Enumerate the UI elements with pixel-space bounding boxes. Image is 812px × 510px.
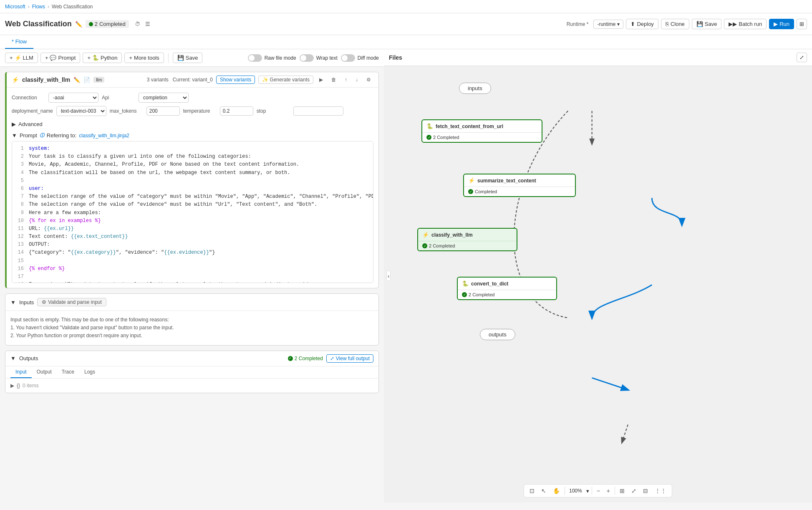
temperature-input[interactable] [220, 106, 253, 116]
toolbar-save-button[interactable]: 💾 Save [173, 53, 203, 63]
save-button[interactable]: 💾 Save [692, 19, 722, 29]
deployment-label: deployment_name [12, 108, 53, 114]
json-bracket: {} [17, 383, 20, 389]
raw-file-toggle[interactable] [248, 54, 262, 62]
page-title: Web Classification [5, 20, 72, 28]
view-full-output-button[interactable]: ⤢ View full output [326, 354, 373, 363]
code-line-17: 17 [15, 273, 370, 281]
output-tab-logs[interactable]: Logs [79, 366, 100, 378]
flow-node-classify[interactable]: ⚡ classify_with_llm ✓ 2 Completed [417, 228, 517, 251]
advanced-toggle[interactable]: ▶ Advanced [12, 119, 373, 129]
node-down-btn[interactable]: ↓ [353, 76, 361, 83]
node-delete-btn[interactable]: 🗑 [329, 76, 339, 83]
node-file-icon[interactable]: 📄 [83, 77, 90, 83]
diff-mode-toggle[interactable] [341, 54, 355, 62]
outputs-toggle-chevron[interactable]: ▼ [10, 355, 16, 361]
generate-variants-button[interactable]: ✨ Generate variants [258, 76, 313, 84]
run-icon: ▶ [774, 21, 778, 27]
wrap-text-toggle[interactable] [300, 54, 314, 62]
convert-status-label: 2 Completed [469, 292, 494, 297]
output-tab-trace[interactable]: Trace [57, 366, 79, 378]
toolbar-save-icon: 💾 [177, 55, 184, 61]
code-editor: 1 system: 2 Your task is to classify a g… [12, 141, 373, 283]
breadcrumb: Microsoft › Flows › Web Classification [0, 0, 812, 13]
validate-parse-button[interactable]: ⚙ Validate and parse input [37, 298, 106, 306]
stop-input[interactable] [293, 106, 343, 116]
more-tools-button[interactable]: + More tools [124, 53, 164, 63]
deployment-select[interactable]: text-davinci-003 [56, 106, 106, 116]
breadcrumb-flows[interactable]: Flows [32, 4, 45, 10]
classify-label: classify_with_llm [431, 232, 473, 238]
edit-icon[interactable]: ✏️ [75, 21, 82, 28]
layout-button[interactable]: ⊞ [797, 19, 807, 29]
code-line-18: 18 For a given URL and text content, cla… [15, 281, 370, 283]
zoom-out-button[interactable]: − [595, 486, 602, 495]
output-tab-input[interactable]: Input [10, 366, 32, 378]
status-dot [89, 22, 93, 26]
summarize-status: ✓ Completed [464, 187, 575, 196]
code-line-16: 16 {% endfor %} [15, 265, 370, 273]
hand-button[interactable]: ✋ [551, 486, 562, 495]
show-variants-button[interactable]: Show variants [216, 76, 255, 84]
batch-run-button[interactable]: ▶▶ Batch run [724, 19, 767, 29]
summarize-header: ⚡ summarize_text_content [464, 174, 575, 187]
fetch-text-status: ✓ 2 Completed [422, 133, 542, 142]
fetch-python-icon: 🐍 [426, 123, 433, 129]
expand-files-button[interactable]: ⤢ [797, 53, 807, 62]
runtime-select[interactable]: -runtime ▾ [593, 20, 623, 29]
layout-auto-button[interactable]: ⊟ [641, 486, 650, 495]
flow-node-summarize[interactable]: ⚡ summarize_text_content ✓ Completed [463, 174, 576, 197]
run-button[interactable]: ▶ Run [769, 19, 794, 29]
plus-python-icon: + [87, 55, 91, 61]
api-select[interactable]: completion [139, 93, 189, 103]
stop-label: stop [257, 108, 290, 114]
history-icon[interactable]: ⏱ [135, 21, 140, 27]
outputs-title: Outputs [19, 355, 38, 361]
expand-arrow[interactable]: ▶ [10, 383, 14, 389]
add-python-button[interactable]: + 🐍 Python [83, 53, 122, 63]
inputs-section: ▼ Inputs ⚙ Validate and parse input Inpu… [5, 293, 379, 346]
code-line-9: 9 Here are a few examples: [15, 209, 370, 217]
tab-flow[interactable]: * Flow [5, 35, 33, 49]
fullscreen-button[interactable]: ⤢ [629, 486, 638, 495]
files-header: Files ⤢ [384, 49, 812, 66]
diff-mode-label: Diff mode [358, 55, 379, 61]
node-settings-btn[interactable]: ⚙ [364, 76, 373, 83]
cursor-button[interactable]: ↖ [539, 486, 548, 495]
list-icon[interactable]: ☰ [145, 21, 150, 27]
variants-info: 3 variants Current: variant_0 [147, 77, 213, 83]
inputs-toggle-chevron[interactable]: ▼ [10, 299, 16, 305]
fit-view-button[interactable]: ⊡ [527, 486, 537, 495]
zoom-in-button[interactable]: + [605, 486, 612, 495]
breadcrumb-microsoft[interactable]: Microsoft [5, 4, 25, 10]
flow-node-inputs: inputs [459, 83, 491, 94]
summarize-status-label: Completed [475, 189, 497, 194]
prompt-link[interactable]: classify_with_llm.jinja2 [79, 133, 129, 139]
flow-node-convert[interactable]: 🐍 convert_to_dict ✓ 2 Completed [457, 277, 557, 300]
deploy-button[interactable]: ⬆ Deploy [626, 19, 658, 29]
prompt-toggle-chevron[interactable]: ▼ [12, 132, 17, 139]
clone-button[interactable]: ⎘ Clone [661, 19, 689, 29]
prompt-info-icon: ⓘ [40, 132, 44, 139]
connection-select[interactable]: -aoai [48, 93, 98, 103]
summarize-label: summarize_text_content [477, 178, 536, 184]
node-edit-icon[interactable]: ✏️ [73, 77, 80, 83]
code-line-11: 11 URL: {{ex.url}} [15, 225, 370, 233]
minimap-button[interactable]: ⊞ [618, 486, 627, 495]
add-prompt-button[interactable]: + 💬 Prompt [40, 53, 81, 63]
header-right: Runtime * -runtime ▾ ⬆ Deploy ⎘ Clone 💾 … [567, 19, 807, 29]
collapse-panel-button[interactable]: ‹ [386, 271, 391, 281]
node-title: classify_with_llm [22, 76, 70, 83]
more-diagram-btn[interactable]: ⋮⋮ [653, 486, 668, 495]
output-tab-output[interactable]: Output [32, 366, 57, 378]
node-up-btn[interactable]: ↑ [342, 76, 350, 83]
code-line-10: 10 {% for ex in examples %} [15, 217, 370, 225]
flow-node-fetch-text[interactable]: 🐍 fetch_text_content_from_url ✓ 2 Comple… [421, 119, 542, 143]
node-run-btn[interactable]: ▶ [317, 76, 325, 83]
max-tokens-input[interactable] [146, 106, 180, 116]
add-llm-button[interactable]: + ⚡ LLM [5, 53, 38, 63]
breadcrumb-sep1: › [28, 4, 30, 10]
output-body: ▶ {} 0 items [5, 379, 378, 393]
code-line-1: 1 system: [15, 145, 370, 153]
classify-status-label: 2 Completed [429, 243, 455, 248]
